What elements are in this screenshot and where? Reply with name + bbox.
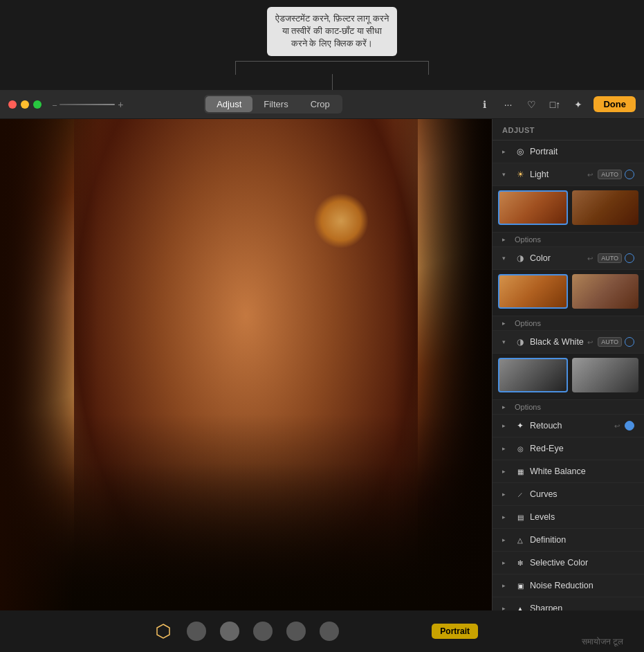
sidebar-item-definition[interactable]: △ Definition — [493, 529, 644, 552]
color-undo-icon[interactable]: ↩ — [585, 253, 595, 263]
color-icon: ◑ — [515, 253, 526, 264]
chevron-down-icon — [502, 467, 510, 476]
bw-thumbnails — [493, 354, 644, 400]
zoom-minus-icon: – — [53, 100, 57, 109]
retouch-toggle[interactable] — [625, 421, 634, 431]
window-controls — [8, 100, 42, 109]
tab-filters[interactable]: Filters — [252, 96, 299, 112]
bottom-caption: समायोजन टूल — [582, 637, 623, 646]
chevron-down-icon — [502, 536, 510, 544]
chevron-open-icon — [502, 170, 510, 179]
photo-area — [0, 119, 492, 610]
light-label: Light — [530, 170, 585, 179]
bottom-circle-3[interactable] — [253, 622, 273, 641]
hexagon-icon[interactable] — [154, 622, 173, 641]
bw-toggle[interactable] — [625, 337, 634, 347]
main-content: ADJUST ◎ Portrait ☀ Light ↩ AUTO — [0, 119, 644, 610]
sidebar-item-curves[interactable]: ⟋ Curves — [493, 483, 644, 506]
sidebar-item-light[interactable]: ☀ Light ↩ AUTO — [493, 163, 644, 186]
light-options[interactable]: Options — [493, 233, 644, 247]
chevron-down-icon — [502, 422, 510, 430]
tooltip-content: ऐडजस्टमेंट करने, फ़िल्टर लागू करने या तस… — [267, 7, 397, 56]
bw-thumb-row — [498, 358, 638, 392]
sidebar-item-redeye[interactable]: ◎ Red-Eye — [493, 437, 644, 460]
sidebar-item-selectivecolor[interactable]: ❇ Selective Color — [493, 552, 644, 574]
color-auto-badge[interactable]: AUTO — [598, 253, 622, 263]
tab-group: Adjust Filters Crop — [204, 95, 342, 114]
more-icon[interactable]: ··· — [499, 96, 516, 113]
chevron-down-icon — [502, 559, 510, 567]
chevron-down-icon — [502, 581, 510, 590]
curves-label: Curves — [530, 489, 634, 499]
minimize-button[interactable] — [21, 100, 29, 109]
color-options[interactable]: Options — [493, 316, 644, 331]
color-controls: ↩ AUTO — [585, 253, 634, 263]
color-label: Color — [530, 253, 585, 263]
options-chevron-icon — [502, 235, 510, 244]
close-button[interactable] — [8, 100, 17, 109]
sidebar-item-levels[interactable]: ▤ Levels — [493, 506, 644, 529]
bottom-circle-4[interactable] — [286, 622, 306, 641]
light-thumb-1[interactable] — [498, 190, 568, 225]
svg-marker-0 — [157, 624, 169, 638]
sidebar-item-portrait[interactable]: ◎ Portrait — [493, 141, 644, 163]
tooltip-text: ऐडजस्टमेंट करने, फ़िल्टर लागू करने या तस… — [235, 7, 429, 56]
light-icon: ☀ — [515, 169, 526, 180]
adjust-panel: ADJUST ◎ Portrait ☀ Light ↩ AUTO — [492, 119, 644, 610]
sidebar-item-blackwhite[interactable]: ◑ Black & White ↩ AUTO — [493, 331, 644, 354]
color-thumb-2[interactable] — [572, 274, 639, 309]
bottom-toolbar: Portrait — [0, 610, 492, 652]
magic-wand-icon[interactable]: ✦ — [570, 96, 587, 113]
selectivecolor-icon: ❇ — [515, 557, 526, 568]
bw-controls: ↩ AUTO — [585, 337, 634, 347]
light-thumbnails — [493, 186, 644, 233]
bw-thumb-1[interactable] — [498, 358, 568, 392]
options-chevron-icon — [502, 319, 510, 327]
tab-crop[interactable]: Crop — [300, 96, 341, 112]
bw-label: Black & White — [530, 337, 585, 347]
bw-options-label: Options — [515, 403, 541, 411]
noisereduction-icon: ▣ — [515, 580, 526, 591]
maximize-button[interactable] — [33, 100, 42, 109]
sidebar-item-noisereduction[interactable]: ▣ Noise Reduction — [493, 574, 644, 597]
whitebalance-label: White Balance — [530, 467, 634, 476]
bw-undo-icon[interactable]: ↩ — [585, 337, 595, 347]
levels-icon: ▤ — [515, 511, 526, 523]
color-thumb-row — [498, 274, 638, 309]
zoom-slider-track[interactable] — [59, 104, 115, 105]
bw-auto-badge[interactable]: AUTO — [598, 337, 622, 347]
light-auto-badge[interactable]: AUTO — [598, 170, 622, 179]
bottom-circle-5[interactable] — [320, 622, 339, 641]
definition-icon: △ — [515, 534, 526, 545]
bottom-circle-2[interactable] — [220, 622, 239, 641]
color-thumb-1[interactable] — [498, 274, 568, 309]
light-thumb-2[interactable] — [572, 190, 639, 225]
chevron-down-icon — [502, 147, 510, 156]
bw-thumb-2[interactable] — [572, 358, 639, 392]
sidebar-item-whitebalance[interactable]: ▦ White Balance — [493, 460, 644, 483]
light-undo-icon[interactable]: ↩ — [585, 170, 595, 179]
sidebar-item-sharpen[interactable]: ▲ Sharpen — [493, 597, 644, 610]
done-button[interactable]: Done — [594, 96, 636, 112]
titlebar-right: ℹ ··· ♡ □↑ ✦ Done — [476, 96, 636, 113]
chevron-open-icon — [502, 338, 510, 346]
chevron-open-icon — [502, 254, 510, 262]
bw-icon: ◑ — [515, 336, 526, 347]
light-controls: ↩ AUTO — [585, 170, 634, 179]
redeye-label: Red-Eye — [530, 444, 634, 453]
tab-adjust[interactable]: Adjust — [205, 96, 252, 112]
sidebar-item-retouch[interactable]: ✦ Retouch ↩ — [493, 415, 644, 437]
retouch-label: Retouch — [530, 421, 612, 431]
heart-icon[interactable]: ♡ — [523, 96, 540, 113]
info-icon[interactable]: ℹ — [476, 96, 493, 113]
chevron-down-icon — [502, 490, 510, 498]
light-toggle[interactable] — [625, 170, 634, 179]
share-icon[interactable]: □↑ — [546, 96, 563, 113]
sidebar-item-color[interactable]: ◑ Color ↩ AUTO — [493, 247, 644, 270]
portrait-badge[interactable]: Portrait — [432, 624, 478, 639]
bottom-circle-1[interactable] — [187, 622, 206, 641]
color-toggle[interactable] — [625, 253, 634, 263]
bw-options[interactable]: Options — [493, 400, 644, 415]
zoom-slider[interactable]: – + — [53, 99, 123, 110]
retouch-undo-icon[interactable]: ↩ — [612, 421, 622, 431]
